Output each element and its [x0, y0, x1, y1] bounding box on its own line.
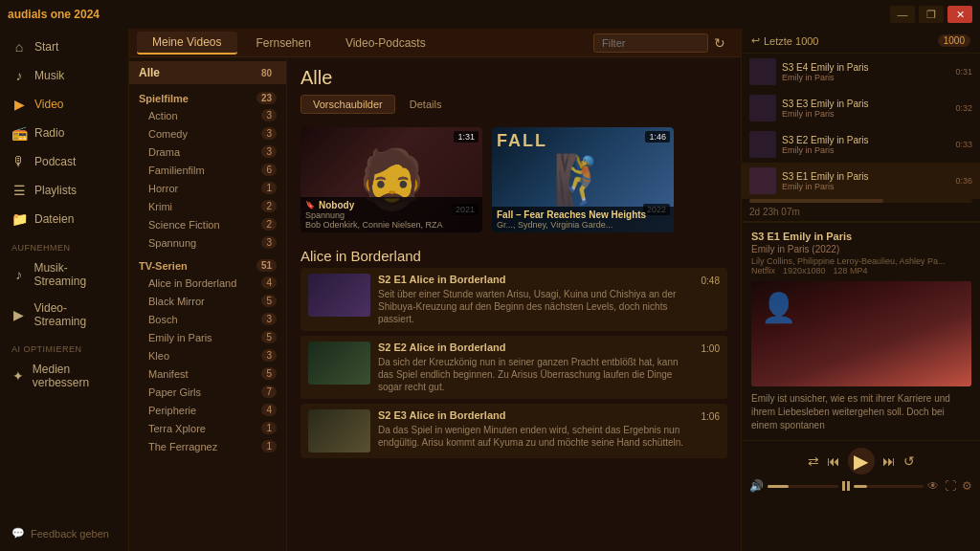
episode-card-s2e1[interactable]: S2 E1 Alice in Borderland Seit über eine…	[301, 268, 727, 331]
play-button[interactable]: ▶	[848, 448, 875, 474]
fullscreen-icon[interactable]: ⛶	[945, 479, 956, 493]
music-stream-icon: ♪	[11, 267, 26, 282]
category-bosch[interactable]: Bosch 3	[129, 310, 286, 328]
category-manifest[interactable]: Manifest 5	[129, 364, 286, 383]
tv-count: 51	[256, 259, 277, 272]
blackmirror-count: 5	[261, 295, 277, 307]
category-familienfilm[interactable]: Familienfilm 6	[129, 161, 286, 179]
sidebar-item-dateien[interactable]: 📁 Dateien	[0, 205, 128, 233]
view-tabs: Vorschaubilder Details	[287, 95, 741, 120]
sidebar-item-video[interactable]: ▶ Video	[0, 90, 128, 119]
tab-video-podcasts[interactable]: Video-Podcasts	[330, 33, 441, 54]
category-peripherie[interactable]: Peripherie 4	[129, 401, 286, 419]
repeat-button[interactable]: ↺	[903, 453, 915, 469]
sidebar-item-medien[interactable]: ✦ Medien verbessern	[0, 356, 128, 396]
queue-sub-0: Emily in Paris	[782, 73, 949, 82]
eye-icon[interactable]: 👁	[927, 479, 939, 493]
sidebar: ⌂ Start ♪ Musik ▶ Video 📻 Radio 🎙 Podcas…	[0, 29, 129, 551]
spielfilme-count: 23	[256, 92, 277, 104]
volume-slider[interactable]	[768, 485, 838, 488]
view-tab-details[interactable]: Details	[397, 95, 455, 114]
category-all[interactable]: Alle 80	[129, 61, 286, 84]
minimize-button[interactable]: —	[890, 6, 915, 23]
feedback-button[interactable]: 💬 Feedback geben	[0, 519, 128, 547]
spannung-count: 3	[261, 236, 277, 249]
sidebar-item-start[interactable]: ⌂ Start	[0, 33, 128, 61]
progress-bar[interactable]	[854, 485, 924, 488]
refresh-button[interactable]: ↻	[714, 35, 725, 51]
category-spielfilme[interactable]: Spielfilme 23	[129, 88, 286, 106]
fall-info: Fall – Fear Reaches New Heights Gr..., S…	[492, 207, 674, 232]
maximize-button[interactable]: ❐	[919, 6, 944, 23]
feedback-icon: 💬	[11, 527, 25, 540]
titlebar-left: audials one 2024	[8, 8, 100, 21]
category-blackmirror[interactable]: Black Mirror 5	[129, 292, 286, 310]
queue-thumb-1	[749, 95, 776, 121]
next-button[interactable]: ⏭	[882, 453, 896, 469]
view-tab-thumbnails[interactable]: Vorschaubilder	[301, 95, 395, 114]
np-source: Netflix 1920x1080 128 MP4	[751, 266, 970, 276]
blackmirror-label: Black Mirror	[148, 296, 205, 307]
scifi-label: Science Fiction	[148, 219, 220, 231]
pause-bar-2	[847, 481, 850, 491]
category-panel: Alle 80 Spielfilme 23 Action 3 Comedy 3	[129, 57, 287, 551]
search-area: ↻	[586, 33, 733, 53]
series-title-alice: Alice in Borderland	[301, 242, 727, 268]
category-spannung[interactable]: Spannung 3	[129, 233, 286, 252]
category-terra[interactable]: Terra Xplore 1	[129, 419, 286, 437]
movie-card-nobody[interactable]: 🧔 1:31 2021 🔖 Nobody Spannung	[301, 127, 482, 232]
alice-label: Alice in Borderland	[148, 277, 236, 289]
sidebar-item-video-streaming[interactable]: ▶ Video-Streaming	[0, 295, 128, 335]
category-scifi[interactable]: Science Fiction 2	[129, 215, 286, 233]
action-count: 3	[261, 109, 277, 121]
movie-card-fall[interactable]: 🧗 FALL 1:46 2022 Fall – Fear Reaches New…	[492, 127, 674, 232]
sidebar-item-musik[interactable]: ♪ Musik	[0, 61, 128, 90]
fall-title: Fall – Fear Reaches New Heights	[497, 209, 669, 220]
category-drama[interactable]: Drama 3	[129, 143, 286, 161]
queue-item-3[interactable]: S3 E1 Emily in Paris Emily in Paris 0:36	[742, 163, 980, 199]
category-action[interactable]: Action 3	[129, 106, 286, 124]
category-papergirls[interactable]: Paper Girls 7	[129, 383, 286, 401]
episode-card-s2e3[interactable]: S2 E3 Alice in Borderland Da das Spiel i…	[301, 404, 727, 458]
queue-item-1[interactable]: S3 E3 Emily in Paris Emily in Paris 0:32	[742, 90, 980, 126]
category-kleo[interactable]: Kleo 3	[129, 346, 286, 364]
bosch-label: Bosch	[148, 314, 178, 325]
category-emily[interactable]: Emily in Paris 5	[129, 328, 286, 346]
sidebar-label-dateien: Dateien	[34, 212, 74, 226]
episode-desc-s2e3: Da das Spiel in wenigen Minuten enden wi…	[378, 424, 694, 449]
player-controls: ⇄ ⏮ ▶ ⏭ ↺ 🔊	[742, 440, 980, 498]
queue-sub-1: Emily in Paris	[782, 109, 949, 119]
ferragnez-count: 1	[261, 440, 277, 452]
np-thumbnail: 👤	[751, 281, 971, 386]
np-title: S3 E1 Emily in Paris	[751, 231, 970, 242]
sidebar-item-podcast[interactable]: 🎙 Podcast	[0, 147, 128, 176]
right-header-title: ↩ Letzte 1000	[751, 34, 819, 47]
sidebar-label-radio: Radio	[34, 126, 64, 140]
tab-fernsehen[interactable]: Fernsehen	[241, 33, 326, 54]
category-horror[interactable]: Horror 1	[129, 179, 286, 197]
sidebar-item-radio[interactable]: 📻 Radio	[0, 119, 128, 147]
category-ferragnez[interactable]: The Ferragnez 1	[129, 437, 286, 455]
shuffle-button[interactable]: ⇄	[808, 453, 819, 469]
episode-thumb-s2e2	[308, 342, 370, 385]
sidebar-item-musik-streaming[interactable]: ♪ Musik-Streaming	[0, 254, 128, 295]
settings-icon[interactable]: ⚙	[962, 479, 972, 493]
queue-item-0[interactable]: S3 E4 Emily in Paris Emily in Paris 0:31	[742, 54, 980, 90]
category-tv-serien[interactable]: TV-Serien 51	[129, 255, 286, 274]
sidebar-item-playlists[interactable]: ☰ Playlists	[0, 176, 128, 205]
krimi-count: 2	[261, 200, 277, 212]
category-comedy[interactable]: Comedy 3	[129, 124, 286, 143]
queue-item-2[interactable]: S3 E2 Emily in Paris Emily in Paris 0:33	[742, 126, 980, 163]
scifi-count: 2	[261, 218, 277, 231]
close-button[interactable]: ✕	[947, 6, 972, 23]
episode-thumb-s2e3	[308, 409, 370, 452]
prev-button[interactable]: ⏮	[827, 453, 840, 469]
tab-meine-videos[interactable]: Meine Videos	[137, 32, 237, 55]
episode-card-s2e2[interactable]: S2 E2 Alice in Borderland Da sich der Kr…	[301, 336, 727, 399]
search-input[interactable]	[593, 33, 708, 53]
ctrl-icons-right: 👁 ⛶ ⚙	[927, 479, 972, 493]
category-krimi[interactable]: Krimi 2	[129, 197, 286, 215]
thumbnails-area: 🧔 1:31 2021 🔖 Nobody Spannung	[287, 120, 741, 551]
category-alice[interactable]: Alice in Borderland 4	[129, 274, 286, 292]
queue-title-1: S3 E3 Emily in Paris	[782, 99, 949, 109]
